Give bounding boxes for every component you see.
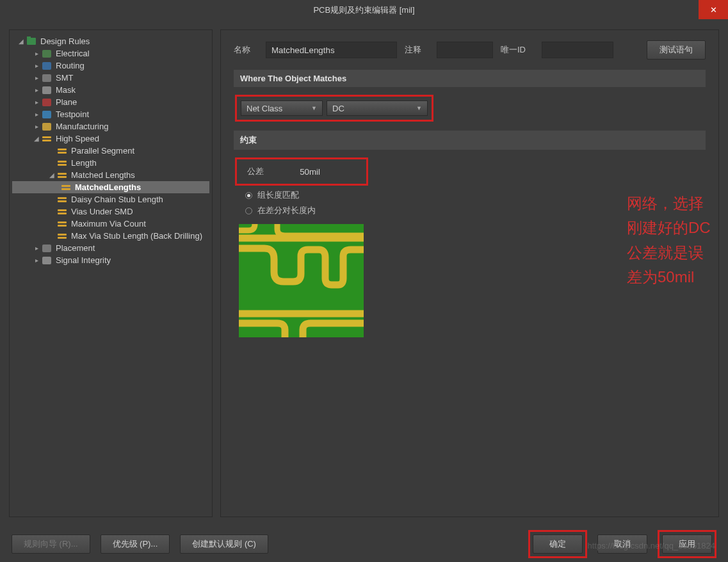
- expand-icon[interactable]: ▸: [33, 123, 40, 130]
- expand-icon[interactable]: ▸: [33, 74, 40, 81]
- placement-icon: [42, 245, 51, 252]
- cancel-button[interactable]: 取消: [597, 534, 647, 554]
- tree-plane[interactable]: ▸ Plane: [12, 96, 209, 108]
- matches-header: Where The Object Matches: [234, 70, 706, 87]
- tolerance-highlight: 公差: [235, 157, 368, 186]
- routing-icon: [42, 62, 51, 70]
- radio-icon: [245, 192, 252, 199]
- tree-vias-under-smd[interactable]: Vias Under SMD: [12, 205, 209, 218]
- smt-icon: [42, 74, 51, 82]
- collapse-icon[interactable]: ◢: [33, 135, 40, 142]
- scope-dropdown[interactable]: Net Class ▼: [241, 100, 323, 116]
- pcb-preview-image: [239, 224, 364, 337]
- mask-icon: [42, 86, 51, 94]
- scope-highlight: Net Class ▼ DC ▼: [235, 95, 433, 122]
- priority-button[interactable]: 优先级 (P)...: [101, 534, 170, 554]
- ok-highlight: 确定: [528, 530, 587, 558]
- collapse-icon[interactable]: ◢: [17, 38, 25, 45]
- folder-icon: [27, 38, 36, 45]
- netclass-dropdown[interactable]: DC ▼: [327, 100, 428, 116]
- rule-icon: [61, 184, 70, 191]
- name-label: 名称: [234, 44, 258, 56]
- rules-tree[interactable]: ◢ Design Rules ▸ Electrical ▸ Routing ▸ …: [9, 29, 213, 517]
- radio-icon: [245, 207, 252, 214]
- annotation-text: 网络，选择刚建好的DC 公差就是误差为50mil: [627, 191, 718, 290]
- id-label: 唯一ID: [501, 44, 534, 56]
- expand-icon[interactable]: ▸: [33, 62, 40, 69]
- rule-icon: [58, 221, 67, 227]
- expand-icon[interactable]: ▸: [33, 111, 40, 118]
- rule-icon: [58, 160, 67, 166]
- tree-highspeed[interactable]: ◢ High Speed: [12, 132, 209, 145]
- tree-max-via-stub[interactable]: Max Via Stub Length (Back Drilling): [12, 230, 209, 242]
- signal-icon: [42, 257, 51, 264]
- rule-icon: [58, 209, 67, 215]
- tree-length[interactable]: Length: [12, 157, 209, 169]
- tree-daisy-chain[interactable]: Daisy Chain Stub Length: [12, 193, 209, 205]
- tree-testpoint[interactable]: ▸ Testpoint: [12, 108, 209, 120]
- highspeed-icon: [42, 136, 51, 142]
- tree-matched-lengths[interactable]: ◢ Matched Lengths: [12, 169, 209, 181]
- rule-icon: [58, 197, 67, 203]
- tree-manufacturing[interactable]: ▸ Manufacturing: [12, 120, 209, 132]
- rule-wizard-button[interactable]: 规则向导 (R)...: [12, 534, 90, 554]
- expand-icon[interactable]: ▸: [33, 245, 40, 252]
- rule-icon: [58, 172, 67, 179]
- ok-button[interactable]: 确定: [533, 534, 583, 554]
- chevron-down-icon: ▼: [311, 105, 317, 111]
- tree-signal-integrity[interactable]: ▸ Signal Integrity: [12, 254, 209, 266]
- rule-icon: [58, 148, 67, 154]
- window-title: PCB规则及约束编辑器 [mil]: [0, 4, 728, 16]
- tolerance-label: 公差: [247, 166, 264, 177]
- create-defaults-button[interactable]: 创建默认规则 (C): [180, 534, 268, 554]
- electrical-icon: [42, 50, 51, 58]
- constraints-header: 约束: [234, 131, 706, 150]
- expand-icon[interactable]: ▸: [33, 99, 40, 106]
- tree-mask[interactable]: ▸ Mask: [12, 84, 209, 96]
- expand-icon[interactable]: ▸: [33, 86, 40, 93]
- tree-matched-lengths-rule[interactable]: MatchedLengths: [12, 181, 209, 193]
- testpoint-icon: [42, 111, 51, 118]
- apply-highlight: 应用: [658, 530, 716, 558]
- close-button[interactable]: ✕: [699, 0, 728, 19]
- tree-root[interactable]: ◢ Design Rules: [12, 35, 209, 47]
- rule-editor: 名称 注释 唯一ID 测试语句 Where The Object Matches…: [220, 29, 719, 517]
- comment-label: 注释: [405, 44, 429, 56]
- tolerance-input[interactable]: [282, 167, 320, 177]
- name-input[interactable]: [266, 42, 397, 58]
- tree-electrical[interactable]: ▸ Electrical: [12, 47, 209, 60]
- test-query-button[interactable]: 测试语句: [647, 40, 706, 60]
- manufacturing-icon: [42, 123, 51, 131]
- footer-bar: 规则向导 (R)... 优先级 (P)... 创建默认规则 (C) 确定 取消 …: [0, 526, 728, 562]
- tree-max-via-count[interactable]: Maximum Via Count: [12, 218, 209, 230]
- tree-smt[interactable]: ▸ SMT: [12, 72, 209, 84]
- close-icon: ✕: [710, 5, 717, 15]
- expand-icon[interactable]: ▸: [33, 257, 40, 264]
- id-input[interactable]: [542, 42, 613, 58]
- plane-icon: [42, 99, 51, 106]
- apply-button[interactable]: 应用: [662, 534, 712, 554]
- chevron-down-icon: ▼: [416, 105, 422, 111]
- titlebar: PCB规则及约束编辑器 [mil] ✕: [0, 0, 728, 20]
- tree-routing[interactable]: ▸ Routing: [12, 60, 209, 72]
- tree-parallel-segment[interactable]: Parallel Segment: [12, 145, 209, 157]
- tree-placement[interactable]: ▸ Placement: [12, 242, 209, 254]
- rule-icon: [58, 233, 67, 239]
- expand-icon[interactable]: ▸: [33, 50, 40, 57]
- collapse-icon[interactable]: ◢: [48, 172, 56, 179]
- comment-input[interactable]: [437, 42, 493, 58]
